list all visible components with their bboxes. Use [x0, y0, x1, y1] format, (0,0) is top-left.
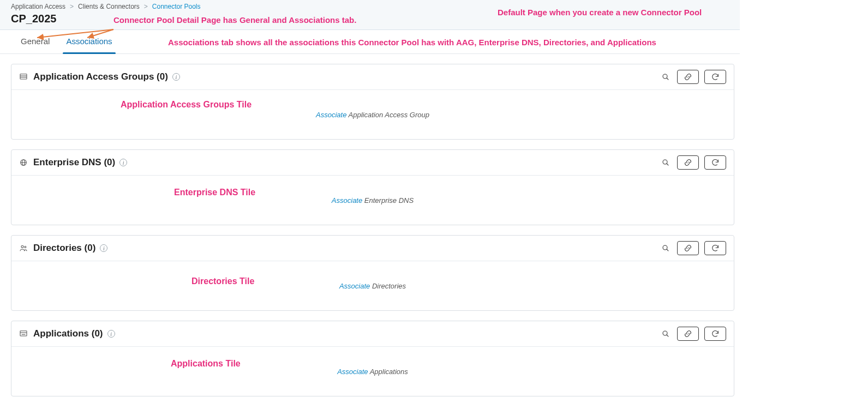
info-icon[interactable]: i	[100, 244, 107, 252]
applications-icon	[19, 329, 29, 338]
associate-button[interactable]	[677, 327, 699, 341]
search-icon[interactable]	[660, 70, 672, 84]
svg-line-6	[667, 78, 668, 80]
tabs: General Associations Associations tab sh…	[0, 30, 740, 54]
associate-target: Directories	[370, 282, 406, 290]
search-icon[interactable]	[660, 241, 672, 255]
svg-point-10	[663, 160, 667, 164]
panel-title: Applications (0)	[33, 328, 103, 339]
refresh-button[interactable]	[704, 327, 726, 341]
dns-icon	[19, 158, 29, 167]
panel-enterprise-dns: Enterprise DNS (0) i Enterprise DNS	[11, 149, 734, 225]
associate-target: Enterprise DNS	[362, 196, 414, 205]
associate-link[interactable]: Associate	[337, 368, 368, 376]
annotation-dns-tile: Enterprise DNS Tile	[174, 188, 255, 197]
svg-rect-16	[20, 331, 27, 336]
breadcrumb-separator: >	[144, 3, 148, 10]
svg-line-15	[667, 249, 668, 251]
annotation-assoc-tab-note: Associations tab shows all the associati…	[168, 38, 656, 47]
svg-rect-2	[20, 74, 27, 79]
associate-target: Application Access Group	[346, 111, 429, 119]
associate-button[interactable]	[677, 70, 699, 84]
associate-target: Applications	[368, 368, 408, 376]
info-icon[interactable]: i	[119, 159, 127, 166]
info-icon[interactable]: i	[107, 330, 115, 338]
svg-point-19	[663, 331, 667, 335]
refresh-button[interactable]	[704, 241, 726, 255]
associate-hint: Associate Directories	[339, 282, 406, 290]
breadcrumb: Application Access > Clients & Connector…	[11, 3, 729, 10]
breadcrumb-item-app-access[interactable]: Application Access	[11, 3, 65, 10]
annotation-applications-tile: Applications Tile	[171, 359, 241, 369]
svg-point-12	[21, 245, 23, 248]
associate-link[interactable]: Associate	[316, 111, 346, 119]
page-title: CP_2025	[11, 13, 729, 25]
breadcrumb-item-connector-pools[interactable]: Connector Pools	[152, 3, 201, 10]
panel-title: Directories (0)	[33, 243, 95, 254]
info-icon[interactable]: i	[172, 73, 180, 81]
associate-link[interactable]: Associate	[339, 282, 370, 290]
svg-point-5	[663, 74, 667, 79]
refresh-button[interactable]	[704, 155, 726, 170]
svg-point-14	[663, 245, 667, 250]
associate-hint: Associate Enterprise DNS	[332, 196, 414, 205]
annotation-aag-tile: Application Access Groups Tile	[121, 100, 252, 110]
breadcrumb-separator: >	[70, 3, 74, 10]
panel-applications: Applications (0) i Applications Tile	[11, 321, 734, 396]
annotation-directories-tile: Directories Tile	[191, 276, 254, 286]
directories-icon	[19, 244, 29, 252]
associate-button[interactable]	[677, 241, 699, 255]
svg-point-13	[25, 246, 26, 248]
breadcrumb-item-clients-connectors[interactable]: Clients & Connectors	[78, 3, 140, 10]
panel-directories: Directories (0) i Directories Tile	[11, 235, 734, 311]
associate-hint: Associate Application Access Group	[316, 111, 429, 119]
svg-line-11	[667, 164, 668, 165]
panel-application-access-groups: Application Access Groups (0) i Appl	[11, 64, 734, 140]
panel-title: Application Access Groups (0)	[33, 71, 168, 82]
tab-associations[interactable]: Associations	[66, 37, 112, 53]
app-group-icon	[19, 73, 29, 81]
refresh-button[interactable]	[704, 70, 726, 84]
tab-general[interactable]: General	[21, 37, 50, 53]
associate-hint: Associate Applications	[337, 368, 408, 376]
search-icon[interactable]	[660, 155, 672, 170]
panel-title: Enterprise DNS (0)	[33, 157, 115, 168]
associate-button[interactable]	[677, 155, 699, 170]
search-icon[interactable]	[660, 327, 672, 341]
svg-line-20	[667, 335, 668, 336]
associate-link[interactable]: Associate	[332, 196, 362, 205]
